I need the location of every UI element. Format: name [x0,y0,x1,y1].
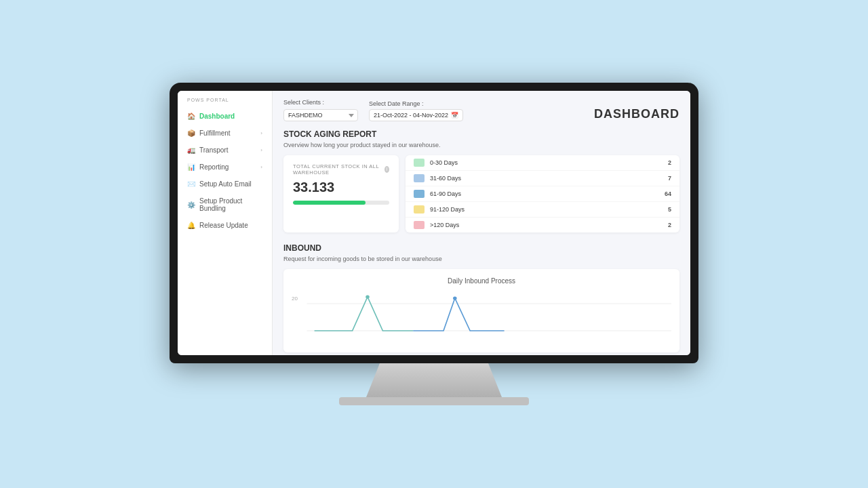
svg-point-2 [366,296,370,299]
legend-value-0-30: 2 [668,159,671,166]
chevron-icon: › [260,147,262,153]
monitor-base [366,363,502,397]
select-date-range-group: Select Date Range : 21-Oct-2022 - 04-Nov… [369,100,463,121]
chevron-icon: › [260,130,262,136]
chevron-icon: › [260,164,262,170]
legend-row-2: 61-90 Days 64 [406,186,679,202]
inbound-title: INBOUND [283,243,679,253]
home-icon: 🏠 [187,113,195,120]
stock-card-label: TOTAL CURRENT STOCK IN ALL WAREHOUSE i [293,163,389,176]
legend-color-gt-120 [414,221,425,229]
legend-value-31-60: 7 [668,175,671,182]
client-select[interactable]: FASHDEMO [283,109,358,121]
sidebar: POWS PORTAL 🏠 Dashboard 📦 Fulfillment › [178,91,273,355]
stock-card: TOTAL CURRENT STOCK IN ALL WAREHOUSE i 3… [283,155,399,232]
page-title: DASHBOARD [594,107,679,121]
sidebar-item-label: Release Update [199,222,248,229]
legend-color-61-90 [414,190,425,198]
legend-row-4: >120 Days 2 [406,218,679,232]
sidebar-item-setup-product-bundling[interactable]: ⚙️ Setup Product Bundling [178,192,272,217]
legend-label-31-60: 31-60 Days [430,175,663,182]
stock-card-value: 33.133 [293,180,389,195]
chart-title: Daily Inbound Process [292,277,671,285]
legend-color-31-60 [414,174,425,182]
chart-area: 20 [292,290,671,344]
legend-row-1: 31-60 Days 7 [406,171,679,186]
portal-label: POWS PORTAL [178,98,272,108]
date-range-input[interactable]: 21-Oct-2022 - 04-Nov-2022 📅 [369,109,463,121]
fulfillment-icon: 📦 [187,129,195,137]
select-clients-label: Select Clients : [283,99,358,106]
sidebar-item-label: Transport [199,146,228,154]
inbound-chart-svg [292,290,671,344]
sidebar-item-reporting[interactable]: 📊 Reporting › [178,159,272,176]
sidebar-item-label: Reporting [199,163,229,171]
calendar-icon[interactable]: 📅 [451,112,458,119]
bell-icon: 🔔 [187,222,195,229]
legend-row-0: 0-30 Days 2 [406,155,679,171]
settings-icon: ⚙️ [187,201,195,209]
sidebar-item-dashboard[interactable]: 🏠 Dashboard [178,108,272,125]
stock-aging-row: TOTAL CURRENT STOCK IN ALL WAREHOUSE i 3… [283,155,679,232]
legend-label-0-30: 0-30 Days [430,159,663,166]
sidebar-item-fulfillment[interactable]: 📦 Fulfillment › [178,125,272,142]
legend-label-gt-120: >120 Days [430,222,663,228]
reporting-icon: 📊 [187,163,195,171]
sidebar-item-setup-auto-email[interactable]: ✉️ Setup Auto Email [178,176,272,192]
stock-aging-section: STOCK AGING REPORT Overview how long you… [283,129,679,232]
legend-value-61-90: 64 [665,190,671,197]
legend-color-91-120 [414,205,425,214]
progress-bar [293,201,389,205]
sidebar-item-transport[interactable]: 🚛 Transport › [178,142,272,159]
legend-row-3: 91-120 Days 5 [406,202,679,218]
days-legend: 0-30 Days 2 31-60 Days 7 [406,155,679,232]
email-icon: ✉️ [187,180,195,188]
chart-y-label: 20 [292,296,298,302]
legend-value-91-120: 5 [668,206,671,213]
legend-color-0-30 [414,159,425,167]
sidebar-item-label: Setup Auto Email [199,180,252,188]
monitor-stand [339,397,529,405]
stock-aging-subtitle: Overview how long your product stayed in… [283,142,679,148]
inbound-section: INBOUND Request for incoming goods to be… [283,243,679,352]
transport-icon: 🚛 [187,146,195,154]
main-content: Select Clients : FASHDEMO Select Date Ra… [273,91,690,355]
legend-label-61-90: 61-90 Days [430,190,659,197]
header-controls: Select Clients : FASHDEMO Select Date Ra… [283,99,463,121]
chart-card: Daily Inbound Process 20 [283,269,679,352]
info-icon[interactable]: i [384,166,389,173]
select-clients-group: Select Clients : FASHDEMO [283,99,358,121]
legend-label-91-120: 91-120 Days [430,206,663,213]
date-range-value: 21-Oct-2022 - 04-Nov-2022 [374,112,448,119]
stock-aging-title: STOCK AGING REPORT [283,129,679,139]
sidebar-item-label: Setup Product Bundling [199,197,262,212]
svg-point-3 [453,297,457,300]
select-date-label: Select Date Range : [369,100,463,107]
inbound-subtitle: Request for incoming goods to be stored … [283,256,679,262]
header-row: Select Clients : FASHDEMO Select Date Ra… [283,99,679,121]
sidebar-item-label: Dashboard [199,113,235,120]
sidebar-item-label: Fulfillment [199,129,231,137]
legend-value-gt-120: 2 [668,222,671,228]
sidebar-item-release-update[interactable]: 🔔 Release Update [178,217,272,234]
progress-fill [293,201,366,205]
